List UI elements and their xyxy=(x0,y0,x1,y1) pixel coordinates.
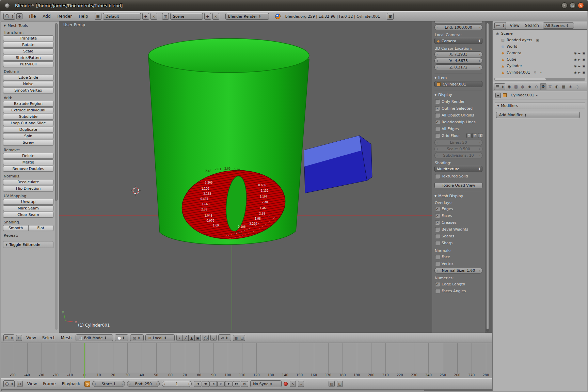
n-panel-scrollbar[interactable] xyxy=(486,22,489,332)
add-modifier-select[interactable]: Add Modifier xyxy=(496,112,580,118)
renderability-toggle[interactable]: ▣ xyxy=(582,71,585,74)
timeline-menu-playback[interactable]: Playback xyxy=(60,381,83,386)
grid-floor-row[interactable]: Grid FloorXYZ xyxy=(434,132,483,139)
shrink-fatten-button[interactable]: Shrink/Fatten xyxy=(3,55,53,61)
mesh-display-panel-header[interactable]: ▼Mesh Display xyxy=(434,192,482,198)
snap-element-select[interactable]: ▱ xyxy=(218,334,231,341)
proportional-edit-icon[interactable]: ◯ xyxy=(203,335,209,341)
noise-button[interactable]: Noise xyxy=(3,81,53,87)
editor-type-button[interactable]: ◷ xyxy=(3,380,15,387)
flip-direction-button[interactable]: Flip Direction xyxy=(3,186,53,191)
screw-button[interactable]: Screw xyxy=(3,140,53,145)
delete-scene-button[interactable]: × xyxy=(212,13,219,20)
checkbox-outline-selected[interactable]: ✓Outline Selected xyxy=(434,105,483,112)
face-select-icon[interactable]: ▲ xyxy=(189,335,195,341)
delete-button[interactable]: Delete xyxy=(3,153,53,159)
end-frame-field[interactable]: End: 250 xyxy=(127,381,160,387)
checkbox-only-render[interactable]: Only Render xyxy=(434,98,483,105)
tab-object-data[interactable]: ▽ xyxy=(547,83,553,90)
time-icon[interactable]: ◷ xyxy=(84,381,90,387)
playback-button-0[interactable]: |◀ xyxy=(194,381,201,387)
close-button[interactable] xyxy=(578,2,584,9)
scale-button[interactable]: Scale xyxy=(3,48,53,54)
toolshelf-scrollbar[interactable] xyxy=(55,23,58,330)
playback-button-4[interactable]: ▶ xyxy=(225,381,233,387)
add-screen-button[interactable]: + xyxy=(142,13,149,20)
mode-select[interactable]: ▢Edit Mode xyxy=(76,334,113,341)
outliner-item-cube[interactable]: ▲Cube◉►▣ xyxy=(493,56,587,63)
checkbox-creases[interactable]: ✓Creases xyxy=(434,219,483,226)
mark-seam-button[interactable]: Mark Seam xyxy=(3,205,53,211)
snap-magnet-icon[interactable]: ◡ xyxy=(210,335,217,341)
shading-mode-select[interactable]: Multitexture xyxy=(434,166,482,172)
clip-start-slider-partial[interactable] xyxy=(434,21,482,24)
editor-type-button[interactable]: ≔ xyxy=(494,22,506,29)
keying-insert-icon[interactable]: ⌁ xyxy=(298,381,304,387)
merge-button[interactable]: Merge xyxy=(3,159,53,165)
maximize-button[interactable] xyxy=(570,2,576,9)
playback-button-1[interactable]: ◀◀ xyxy=(202,381,209,387)
playback-button-5[interactable]: ▶▶ xyxy=(233,381,240,387)
clear-seam-button[interactable]: Clear Seam xyxy=(3,212,53,218)
modifiers-panel-header[interactable]: ▼Modifiers xyxy=(495,102,585,109)
renderability-toggle[interactable]: ▣ xyxy=(582,51,585,55)
collapse-menus-icon[interactable]: ⊙ xyxy=(17,381,23,387)
rotate-button[interactable]: Rotate xyxy=(3,42,53,48)
checkbox-seams[interactable]: Seams xyxy=(434,233,483,239)
viewport-menu-mesh[interactable]: Mesh xyxy=(59,335,74,340)
menu-add[interactable]: Add xyxy=(40,14,53,19)
outliner-menu-view[interactable]: View xyxy=(507,23,522,28)
opengl-render-icon[interactable]: ▦ xyxy=(233,335,239,341)
subdivide-button[interactable]: Subdivide xyxy=(3,114,53,120)
outliner-item-cylinder-001[interactable]: ▲Cylinder.001▽∙◉►▣ xyxy=(493,69,587,76)
item-panel-header[interactable]: ▼Item xyxy=(434,74,482,80)
window-capture-icon[interactable]: ▣ xyxy=(387,13,394,20)
sync-mode-select[interactable]: No Sync xyxy=(250,380,282,387)
tab-physics[interactable]: ◌ xyxy=(574,83,581,90)
checkbox-box-vertex[interactable] xyxy=(435,262,440,266)
collapse-menus-icon[interactable]: ⊙ xyxy=(16,13,22,19)
loop-cut-and-slide-button[interactable]: Loop Cut and Slide xyxy=(3,120,53,126)
outliner-scrollbar[interactable] xyxy=(494,78,585,81)
record-button[interactable] xyxy=(284,382,288,386)
checkbox-box-textured-solid[interactable] xyxy=(435,174,440,178)
selectability-toggle[interactable]: ► xyxy=(578,51,581,55)
visibility-toggle[interactable]: ◉ xyxy=(574,71,577,74)
tab-modifiers[interactable]: ⚙ xyxy=(540,83,546,90)
display-panel-header[interactable]: ▼Display xyxy=(434,91,482,97)
selectability-toggle[interactable]: ► xyxy=(578,64,581,68)
selectability-toggle[interactable]: ► xyxy=(578,71,581,74)
pivot-point-select[interactable]: ◎ xyxy=(130,334,144,341)
occlude-geometry-icon[interactable]: ▣ xyxy=(195,335,201,341)
scene-field[interactable]: Scene xyxy=(170,13,203,20)
timeline-menu-view[interactable]: View xyxy=(25,381,39,386)
checkbox-edges[interactable]: ✓Edges xyxy=(434,205,483,212)
current-frame-field[interactable]: 1 xyxy=(162,381,192,387)
visibility-toggle[interactable]: ◉ xyxy=(574,51,577,55)
visibility-toggle[interactable]: ◉ xyxy=(574,64,577,68)
outliner-filter-select[interactable]: All Scenes xyxy=(543,22,574,29)
checkbox-box-sharp[interactable] xyxy=(435,241,440,245)
checkbox-faces[interactable]: ✓Faces xyxy=(434,212,483,219)
audio-scrub-icon[interactable]: ▤ xyxy=(329,381,335,387)
checkbox-box-only-render[interactable] xyxy=(435,99,440,104)
grid-axis-x-toggle[interactable]: X xyxy=(466,133,472,138)
cursor-3d[interactable] xyxy=(131,186,141,196)
tab-particles[interactable]: ∗ xyxy=(567,83,574,90)
edge-slide-button[interactable]: Edge Slide xyxy=(3,75,53,80)
add-scene-button[interactable]: + xyxy=(204,13,211,20)
checkbox-relationship-lines[interactable]: ✓Relationship Lines xyxy=(434,119,483,125)
checkbox-bevel-weights[interactable]: Bevel Weights xyxy=(434,226,483,233)
checkbox-face[interactable]: Face xyxy=(434,253,483,260)
minimize-button[interactable] xyxy=(561,2,568,9)
grid-axis-y-toggle[interactable]: Y xyxy=(472,133,477,138)
breadcrumb-object-name[interactable]: Cylinder.001 xyxy=(511,93,534,97)
outliner-item-camera[interactable]: ◆Camera◉►▣ xyxy=(493,50,587,56)
render-engine-select[interactable]: Blender Render xyxy=(225,13,269,20)
checkbox-box-edges[interactable]: ✓ xyxy=(435,207,440,211)
mesh-tools-panel-header[interactable]: ▼Mesh Tools xyxy=(4,23,53,28)
tab-constraints[interactable]: ◇ xyxy=(533,83,540,90)
breadcrumb-expand-icon[interactable]: ▸ xyxy=(536,94,538,97)
tab-scene[interactable]: ▥ xyxy=(513,83,519,90)
normal-size-slider[interactable]: Normal Size: 1.60 xyxy=(434,268,482,273)
